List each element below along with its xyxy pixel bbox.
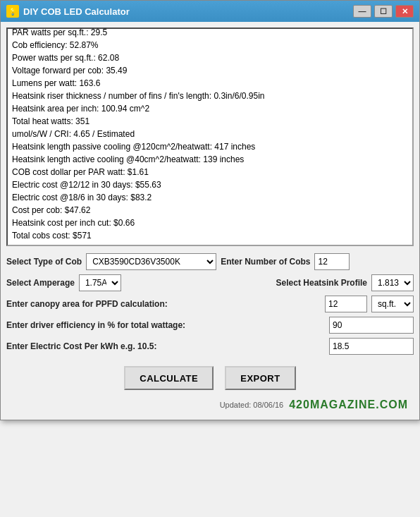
form-area: Select Type of Cob CXB3590CD36V3500KCXB3… [6,250,414,358]
amp-heatsink-row: Select Amperage 1.75A1.5A2.0A2.1A2.5A Se… [6,274,414,291]
output-display[interactable]: CXB3590CD36V3500K 12 COBS @1.75A ON 1.81… [6,28,414,246]
brand-label: 420MAGAZINE.COM [289,399,408,411]
button-row: CALCULATE EXPORT [6,362,414,393]
updated-label: Updated: 08/06/16 [220,401,284,409]
canopy-row: Enter canopy area for PPFD calculation: … [6,296,414,312]
amperage-label: Select Amperage [6,278,75,288]
cob-type-label: Select Type of Cob [6,257,82,267]
canopy-label: Enter canopy area for PPFD calculation: [6,299,168,309]
electric-label: Enter Electric Cost Per kWh e.g. 10.5: [6,341,156,351]
electric-input[interactable] [329,338,414,355]
app-icon: 💡 [6,5,19,18]
calculate-button[interactable]: CALCULATE [124,366,214,390]
window-controls: — ☐ ✕ [353,5,414,18]
export-button[interactable]: EXPORT [225,366,295,390]
close-button[interactable]: ✕ [395,5,414,18]
minimize-button[interactable]: — [353,5,371,18]
heatsink-select[interactable]: 1.8132.02.53.0 [371,274,414,291]
electric-row: Enter Electric Cost Per kWh e.g. 10.5: [6,338,414,355]
amperage-select[interactable]: 1.75A1.5A2.0A2.1A2.5A [79,274,121,291]
heatsink-label: Select Heatsink Profile [276,278,367,288]
cob-count-label: Enter Number of Cobs [221,257,310,267]
maximize-button[interactable]: ☐ [374,5,393,18]
footer: Updated: 08/06/16 420MAGAZINE.COM [6,397,414,414]
canopy-input[interactable] [325,296,367,312]
efficiency-label: Enter driver efficiency in % for total w… [6,320,185,330]
cob-type-select[interactable]: CXB3590CD36V3500KCXB3590CD36V4000KCXB359… [86,253,216,270]
titlebar: 💡 DIY COB LED Calculator — ☐ ✕ [1,1,419,22]
window-title: DIY COB LED Calculator [23,6,353,17]
efficiency-input[interactable] [329,317,414,334]
cob-selection-row: Select Type of Cob CXB3590CD36V3500KCXB3… [6,253,414,270]
canopy-unit-select[interactable]: sq.ft.sq.m. [371,296,414,312]
cob-count-input[interactable] [314,253,350,270]
main-window: 💡 DIY COB LED Calculator — ☐ ✕ CXB3590CD… [0,0,420,420]
content-area: CXB3590CD36V3500K 12 COBS @1.75A ON 1.81… [1,22,419,420]
efficiency-row: Enter driver efficiency in % for total w… [6,317,414,334]
